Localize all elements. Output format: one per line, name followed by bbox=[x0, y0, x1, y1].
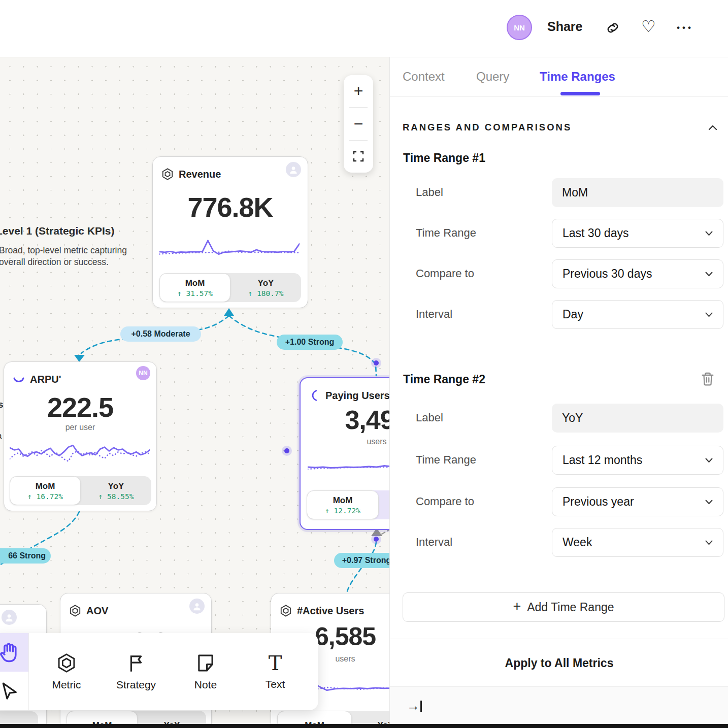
collaborator-badge: NN bbox=[136, 366, 150, 380]
metric-card-paying-users[interactable]: Paying Users' 3,495 users MoM ↑ 12.72% bbox=[300, 377, 389, 530]
metric-card-revenue[interactable]: Revenue 776.8K MoM ↑ 31.57% YoY ↑ 180.7% bbox=[152, 156, 308, 308]
input-value: YoY bbox=[562, 411, 583, 425]
select-value: Last 12 months bbox=[562, 453, 642, 467]
metric-tree-canvas[interactable]: Level 1 (Strategic KPIs) Broad, top-leve… bbox=[0, 0, 389, 728]
toggle-yoy[interactable]: YoY ↑ 58.55% bbox=[81, 476, 151, 505]
level-title: Level 1 (Strategic KPIs) bbox=[0, 225, 114, 237]
owner-avatar bbox=[286, 162, 301, 177]
field-label: Time Range bbox=[416, 453, 476, 467]
hand-tool[interactable] bbox=[0, 633, 28, 672]
select-tool[interactable] bbox=[0, 672, 28, 710]
time-range-select[interactable]: Last 12 months bbox=[552, 446, 723, 475]
owner-avatar bbox=[189, 599, 205, 614]
connection-handle[interactable] bbox=[282, 446, 292, 456]
label-input[interactable]: MoM bbox=[552, 178, 723, 207]
select-value: Last 30 days bbox=[562, 226, 628, 240]
field-label: Label bbox=[416, 186, 443, 199]
group-title: Time Range #1 bbox=[403, 151, 485, 165]
input-value: MoM bbox=[562, 186, 588, 200]
strategy-tool[interactable]: Strategy bbox=[108, 633, 164, 710]
metric-tool[interactable]: Metric bbox=[39, 633, 94, 710]
metric-value: 3,495 bbox=[301, 405, 389, 435]
section-header-ranges[interactable]: RANGES AND COMPARISONS bbox=[403, 122, 717, 133]
text-tool[interactable]: T Text bbox=[247, 633, 303, 710]
correlation-badge: 66 Strong bbox=[0, 548, 51, 564]
field-label: Compare to bbox=[416, 267, 474, 280]
panel-footer: → bbox=[390, 686, 728, 724]
time-range-toggle: MoM ↑ 12.72% bbox=[307, 490, 389, 519]
level-description-line1: Broad, top-level metric capturing bbox=[0, 245, 127, 256]
tool-label: Text bbox=[266, 678, 285, 690]
metric-hexagon-icon bbox=[161, 168, 174, 181]
level-description-line2: overall direction or success. bbox=[0, 257, 109, 268]
zoom-out-button[interactable]: − bbox=[344, 108, 373, 140]
card-title: #Active Users bbox=[297, 605, 364, 617]
compare-to-select[interactable]: Previous 30 days bbox=[552, 259, 723, 288]
canvas-toolbar: Metric Strategy Note T Text bbox=[0, 633, 318, 710]
collapse-panel-icon[interactable]: → bbox=[407, 698, 422, 714]
interval-select[interactable]: Day bbox=[552, 300, 723, 329]
clipped-text-fragment: a bbox=[0, 431, 2, 441]
metric-hexagon-icon bbox=[69, 604, 82, 617]
copy-link-icon[interactable] bbox=[605, 20, 620, 36]
top-bar: NN Share ♡ ••• bbox=[0, 0, 728, 57]
time-range-toggle: MoM ↑ 31.57% YoY ↑ 180.7% bbox=[159, 273, 301, 302]
sparkline bbox=[10, 439, 150, 468]
plus-icon: + bbox=[513, 599, 521, 614]
toggle-yoy[interactable] bbox=[379, 490, 389, 519]
tool-label: Strategy bbox=[116, 679, 156, 691]
add-time-range-button[interactable]: + Add Time Range bbox=[403, 592, 724, 622]
toggle-label: MoM bbox=[36, 481, 55, 491]
active-tab-underline bbox=[560, 92, 600, 95]
delete-time-range-button[interactable] bbox=[701, 372, 715, 387]
toggle-yoy[interactable]: YoY ↑ 180.7% bbox=[230, 273, 301, 302]
connection-handle[interactable] bbox=[371, 358, 381, 368]
card-title: Paying Users' bbox=[325, 390, 389, 402]
add-time-range-label: Add Time Range bbox=[527, 601, 614, 614]
chevron-down-icon bbox=[705, 231, 713, 236]
select-value: Previous year bbox=[562, 495, 634, 509]
apply-to-all-metrics-button[interactable]: Apply to All Metrics bbox=[390, 639, 728, 687]
select-value: Previous 30 days bbox=[562, 267, 652, 281]
sparkline bbox=[159, 238, 300, 262]
chevron-down-icon bbox=[705, 540, 713, 545]
delta-value: ↑ 58.55% bbox=[98, 492, 134, 501]
chevron-up-icon bbox=[708, 125, 717, 130]
chevron-down-icon bbox=[705, 458, 713, 463]
zoom-in-button[interactable]: + bbox=[344, 75, 373, 107]
compare-to-select[interactable]: Previous year bbox=[552, 487, 723, 516]
toggle-mom[interactable]: MoM ↑ 31.57% bbox=[159, 273, 230, 302]
metric-value: 222.5 bbox=[4, 391, 156, 423]
time-range-select[interactable]: Last 30 days bbox=[552, 219, 723, 248]
card-title: ARPU' bbox=[30, 374, 61, 385]
metric-value: 776.8K bbox=[153, 191, 308, 223]
interval-select[interactable]: Week bbox=[552, 528, 723, 557]
favorite-heart-icon[interactable]: ♡ bbox=[641, 18, 656, 35]
note-tool[interactable]: Note bbox=[178, 633, 234, 710]
divider bbox=[28, 633, 29, 710]
toggle-mom[interactable]: MoM ↑ 16.72% bbox=[10, 476, 81, 505]
connection-handle[interactable] bbox=[371, 534, 381, 544]
metric-card-arpu[interactable]: ARPU' NN 222.5 per user MoM ↑ 16.72% YoY… bbox=[4, 361, 157, 511]
correlation-badge: +0.58 Moderate bbox=[120, 326, 201, 342]
field-label: Compare to bbox=[416, 495, 474, 508]
field-label: Interval bbox=[416, 536, 452, 549]
fit-view-button[interactable] bbox=[344, 141, 373, 173]
tab-query[interactable]: Query bbox=[476, 70, 509, 84]
toggle-mom[interactable]: MoM ↑ 12.72% bbox=[307, 490, 379, 519]
tab-context[interactable]: Context bbox=[403, 70, 445, 84]
correlation-badge: +0.97 Strong bbox=[334, 553, 389, 568]
share-button[interactable]: Share bbox=[547, 19, 582, 34]
apply-label: Apply to All Metrics bbox=[505, 656, 614, 670]
settings-panel: Context Query Time Ranges RANGES AND COM… bbox=[389, 57, 728, 724]
card-title: AOV bbox=[86, 605, 108, 617]
select-value: Week bbox=[562, 536, 592, 549]
tool-label: Note bbox=[194, 679, 217, 691]
chevron-down-icon bbox=[705, 500, 713, 505]
user-avatar[interactable]: NN bbox=[507, 15, 532, 40]
metric-unit: per user bbox=[4, 423, 156, 432]
tab-time-ranges[interactable]: Time Ranges bbox=[540, 70, 615, 84]
field-label: Label bbox=[416, 411, 443, 424]
label-input[interactable]: YoY bbox=[552, 404, 723, 433]
more-options-icon[interactable]: ••• bbox=[677, 23, 693, 33]
